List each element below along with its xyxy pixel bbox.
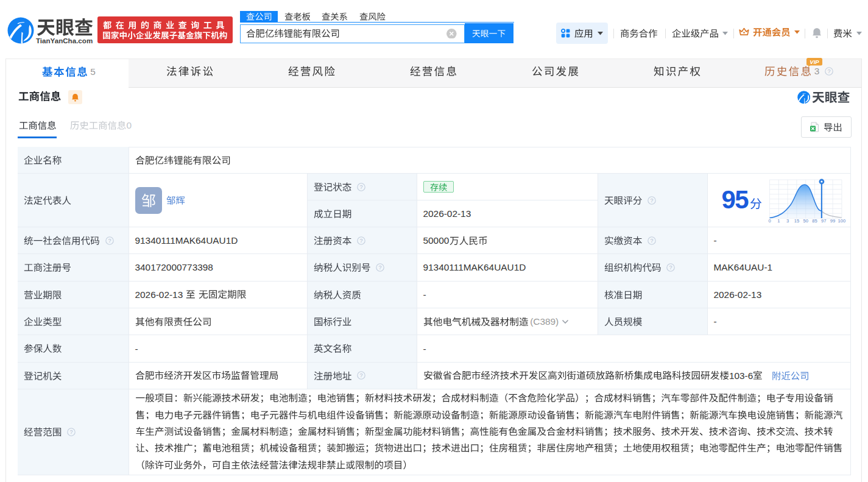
svg-text:VIP: VIP: [810, 58, 819, 65]
svg-text:?: ?: [108, 238, 111, 244]
svg-text:15: 15: [794, 218, 799, 224]
svg-text:?: ?: [359, 184, 362, 190]
svg-text:?: ?: [379, 264, 382, 271]
svg-text:?: ?: [359, 238, 362, 244]
svg-text:97: 97: [821, 218, 826, 224]
svg-text:?: ?: [650, 238, 653, 244]
svg-text:?: ?: [359, 372, 362, 378]
svg-text:?: ?: [70, 429, 73, 435]
svg-text:99: 99: [830, 218, 834, 224]
svg-text:100: 100: [838, 218, 845, 224]
svg-text:85: 85: [812, 218, 817, 224]
svg-text:50: 50: [803, 218, 808, 224]
svg-text:1: 1: [777, 218, 780, 224]
svg-text:3: 3: [786, 218, 788, 224]
svg-text:?: ?: [669, 264, 672, 271]
svg-text:?: ?: [650, 197, 653, 204]
svg-text:0: 0: [768, 218, 771, 224]
svg-text:?: ?: [828, 68, 831, 74]
